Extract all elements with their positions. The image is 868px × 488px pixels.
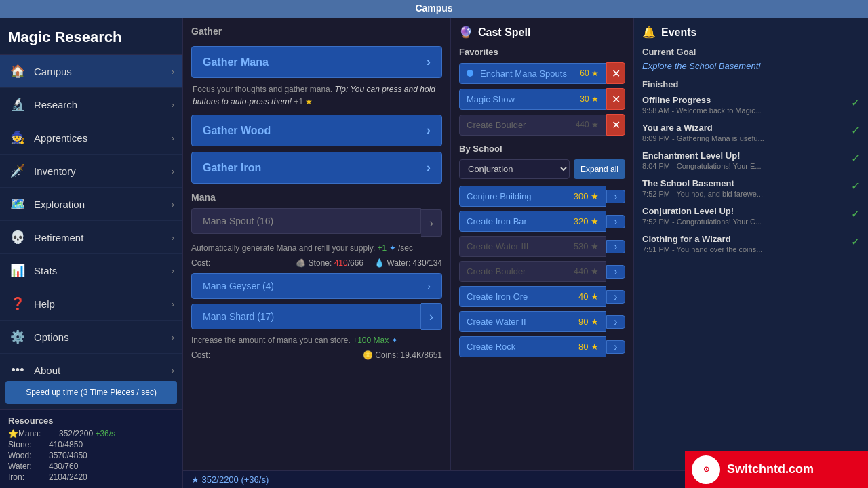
retirement-icon: 💀 [8,228,27,247]
finished-title: Finished [642,79,860,89]
mana-geyser-button[interactable]: Mana Geyser (4) › [191,273,442,299]
school-spell-nav[interactable]: › [606,190,625,203]
fav-boulder-row: Create Boulder 440 ★ ✕ [459,114,625,136]
mana-geyser-chevron: › [427,281,431,291]
spell-header-icon: 🔮 [459,26,473,39]
expand-all-btn[interactable]: Expand all [574,159,625,179]
mana-spout-button[interactable]: Mana Spout (16) [191,208,421,234]
resources-title: Resources [8,415,174,426]
resource-name: Iron: [8,472,49,482]
event-item: Clothing for a Wizard 7:51 PM - You hand… [642,234,860,253]
mana-spout-dropdown[interactable]: › [421,209,442,237]
event-name: You are a Wizard [642,123,846,133]
school-spell-nav[interactable]: › [606,265,625,279]
gather-section-title: Gather [191,26,442,39]
sidebar-item-apprentices[interactable]: 🧙 Apprentices › [0,121,182,155]
sidebar-item-stats[interactable]: 📊 Stats › [0,254,182,287]
mana-shard-button[interactable]: Mana Shard (17) [191,304,421,329]
stone-cost: 🪨 Stone: 410/666 [296,258,363,268]
sidebar-item-options[interactable]: ⚙️ Options › [0,321,182,354]
resource-name: Water: [8,462,49,471]
fav-magic-row: Magic Show 30 ★ ✕ [459,88,625,110]
spell-panel: 🔮 Cast Spell Favorites Enchant Mana Spou… [451,18,634,488]
school-spell-btn[interactable]: Create Rock 80 ★ [459,336,606,357]
school-spell-row: Create Water II 90 ★ › [459,311,625,332]
fav-magic-label: Magic Show [467,94,515,104]
mana-spout-desc: Automatically generate Mana and refill y… [191,242,442,254]
school-spell-nav[interactable]: › [606,340,625,354]
sidebar-item-help[interactable]: ❓ Help › [0,287,182,321]
gather-wood-button[interactable]: Gather Wood › [191,115,442,146]
mana-spout-row: Mana Spout (16) › [191,208,442,238]
fav-enchant-remove[interactable]: ✕ [606,62,625,84]
gather-mana-button[interactable]: Gather Mana › [191,46,442,78]
fav-enchant-cost: 60 ★ [580,68,599,78]
school-spell-btn[interactable]: Create Iron Ore 40 ★ [459,286,606,307]
event-text: Offline Progress 9:58 AM - Welcome back … [642,95,846,115]
resource-icon: ⭐ [8,429,18,439]
school-spell-label: Create Iron Bar [467,216,527,226]
resource-iron: Iron: 2104/2420 [8,472,174,483]
event-check-icon: ✓ [851,96,860,109]
fav-dot-1 [467,70,473,77]
resource-name: Mana: [18,429,59,439]
resource-wood: Wood: 3570/4850 [8,450,174,461]
speed-up-button[interactable]: Speed up time (3 Time Pieces / sec) [5,381,177,404]
school-spell-cost: 80 ★ [578,342,599,352]
resource-value: 430/760 [49,462,174,471]
apprentices-chevron: › [172,133,174,143]
event-desc: 8:09 PM - Gathering Mana is usefu... [642,134,846,142]
event-name: The School Basement [642,178,846,188]
campus-icon: 🏠 [8,62,27,81]
school-spell-nav[interactable]: › [606,215,625,228]
sidebar-item-research[interactable]: 🔬 Research › [0,88,182,121]
event-text: Clothing for a Wizard 7:51 PM - You hand… [642,234,846,253]
research-chevron: › [172,100,174,110]
fav-enchant-btn[interactable]: Enchant Mana Spouts 60 ★ [459,63,606,84]
school-spell-btn: Create Boulder 440 ★ [459,261,606,282]
sidebar-item-about[interactable]: ••• About › [0,354,182,375]
nintendo-brand-text: Switchntd.com [727,462,814,476]
resource-value: 3570/4850 [49,451,174,460]
school-spell-label: Create Rock [467,342,515,352]
sidebar-item-retirement[interactable]: 💀 Retirement › [0,221,182,254]
school-spell-nav[interactable]: › [606,315,625,329]
events-panel: 🔔 Events Current Goal Explore the School… [634,18,868,488]
school-spell-cost: 90 ★ [578,317,599,327]
school-spell-btn[interactable]: Create Water II 90 ★ [459,311,606,332]
mana-spout-label: Mana Spout (16) [203,216,273,226]
school-spell-row: Create Boulder 440 ★ › [459,261,625,282]
event-item: The School Basement 7:52 PM - You nod, a… [642,178,860,198]
mana-shard-dropdown[interactable]: › [421,303,442,330]
school-spell-nav[interactable]: › [606,240,625,253]
gather-mana-desc: Focus your thoughts and gather mana. Tip… [191,83,442,108]
options-label: Options [34,331,172,343]
resource-water: Water: 430/760 [8,461,174,472]
school-spell-nav[interactable]: › [606,290,625,304]
sidebar-item-exploration[interactable]: 🗺️ Exploration › [0,188,182,221]
fav-boulder-remove[interactable]: ✕ [606,114,625,136]
gather-iron-button[interactable]: Gather Iron › [191,152,442,184]
fav-boulder-btn[interactable]: Create Boulder 440 ★ [459,115,606,136]
inventory-chevron: › [172,166,174,176]
options-chevron: › [172,332,174,342]
sidebar-item-campus[interactable]: 🏠 Campus › [0,55,182,88]
nintendo-logo-icon: ⊙ [692,455,720,484]
school-select[interactable]: Conjuration [459,159,570,179]
fav-magic-remove[interactable]: ✕ [606,88,625,110]
resources-list: ⭐ Mana: 352/2200 +36/s Stone: 410/4850 W… [8,428,174,483]
sidebar-item-inventory[interactable]: 🗡️ Inventory › [0,155,182,188]
event-check-icon: ✓ [851,180,860,192]
school-spell-cost: 320 ★ [574,216,599,226]
school-spell-label: Conjure Building [467,191,531,201]
mana-section-title: Mana [191,192,442,203]
exploration-chevron: › [172,199,174,209]
school-controls: Conjuration Expand all [459,159,625,179]
school-spell-btn[interactable]: Create Iron Bar 320 ★ [459,211,606,232]
fav-magic-btn[interactable]: Magic Show 30 ★ [459,89,606,110]
event-check-icon: ✓ [851,152,860,165]
resource-name: Stone: [8,440,49,449]
resource-stone: Stone: 410/4850 [8,439,174,450]
bottom-mana-status: ★ 352/2200 (+36/s) [191,474,269,485]
school-spell-btn[interactable]: Conjure Building 300 ★ [459,186,606,207]
